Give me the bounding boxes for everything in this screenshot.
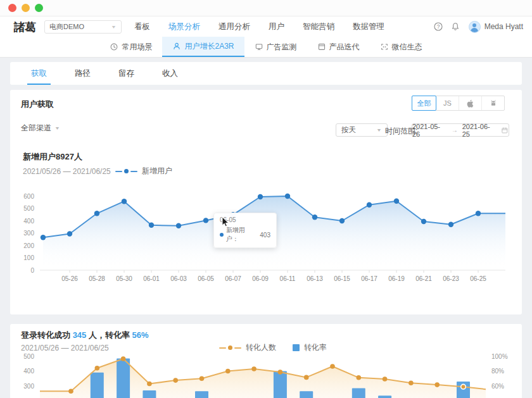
segment-ios[interactable] (459, 96, 481, 110)
window-titlebar (0, 0, 532, 16)
x-axis-labels: 05-2605-2805-3006-0106-0306-0506-0706-09… (61, 275, 486, 282)
svg-text:300: 300 (23, 383, 34, 390)
maximize-window-icon[interactable] (35, 4, 43, 12)
clock-icon (110, 42, 118, 51)
date-range-picker[interactable]: 2021-05-26 → 2021-06-25 (412, 123, 509, 137)
arrow-right-icon: → (452, 127, 458, 134)
tab-path[interactable]: 路径 (75, 62, 91, 85)
legend-dot-icon (228, 345, 232, 350)
project-select[interactable]: 电商DEMO ▼ (44, 20, 122, 34)
apple-icon (466, 99, 474, 108)
zhuge-logo: 諸葛 (14, 20, 35, 35)
project-select-value: 电商DEMO (49, 22, 84, 32)
svg-text:06-21: 06-21 (415, 275, 432, 282)
svg-text:400: 400 (23, 368, 34, 375)
tab-acquisition[interactable]: 获取 (31, 62, 47, 85)
legend-bar-icon (293, 344, 300, 351)
date-start[interactable]: 2021-05-26 (412, 123, 447, 138)
nav-item-users[interactable]: 用户 (269, 22, 284, 32)
help-icon[interactable]: ? (433, 22, 443, 32)
tab-retention[interactable]: 留存 (118, 62, 134, 85)
chevron-down-icon: ▼ (111, 25, 117, 30)
nav-item-scene-analysis[interactable]: 场景分析 (168, 22, 200, 32)
svg-text:05-30: 05-30 (116, 275, 132, 282)
segment-all[interactable]: 全部 (412, 96, 436, 111)
segment-android[interactable] (481, 96, 504, 110)
svg-text:06-19: 06-19 (388, 275, 405, 282)
close-window-icon[interactable] (8, 4, 16, 12)
monitor-icon (255, 42, 263, 51)
legend-dot-icon (124, 169, 129, 173)
conversion-title: 登录转化成功 345 人，转化率 56% (21, 330, 149, 341)
minimize-window-icon[interactable] (22, 4, 30, 12)
svg-text:200: 200 (23, 242, 34, 249)
channel-filter-dropdown[interactable]: 全部渠道 ▼ (21, 123, 60, 134)
wechat-scan-icon (380, 42, 389, 51)
avatar-person-icon (472, 23, 476, 27)
tooltip-series-dot-icon (220, 233, 224, 237)
chevron-down-icon: ▼ (54, 126, 60, 131)
legend-line-icon (219, 347, 226, 349)
top-navbar: 諸葛 电商DEMO ▼ 看板 场景分析 通用分析 用户 智能营销 数据管理 ? … (0, 16, 532, 37)
user-avatar[interactable] (469, 21, 481, 33)
legend-line-icon (234, 347, 241, 349)
svg-text:400: 400 (23, 218, 34, 225)
platform-segmented-control: 全部 JS (412, 96, 505, 111)
scene-tabbar: 常用场景 用户增长2A3R 广告监测 产品迭代 微信生态 (0, 37, 532, 58)
svg-text:05-28: 05-28 (89, 275, 105, 282)
svg-text:06-15: 06-15 (334, 275, 350, 282)
date-end[interactable]: 2021-06-25 (462, 123, 497, 138)
nav-item-marketing[interactable]: 智能营销 (303, 22, 334, 32)
segment-js[interactable]: JS (436, 96, 459, 110)
app-window-icon (317, 42, 326, 51)
svg-text:05-26: 05-26 (61, 275, 78, 282)
user-icon (172, 42, 181, 51)
svg-text:06-17: 06-17 (361, 275, 377, 282)
tab-revenue[interactable]: 收入 (162, 62, 178, 85)
new-users-chart-title: 新增用户8927人 (23, 151, 82, 163)
svg-text:06-01: 06-01 (143, 275, 160, 282)
calendar-icon (501, 127, 509, 134)
svg-text:0: 0 (30, 267, 34, 274)
y-axis-labels: 0100200300400500600 (23, 193, 34, 274)
nav-item-general-analysis[interactable]: 通用分析 (218, 22, 250, 32)
svg-text:06-09: 06-09 (252, 275, 269, 282)
legend-line-icon (115, 171, 122, 172)
nav-item-dashboard[interactable]: 看板 (134, 22, 150, 32)
bell-icon[interactable] (450, 22, 460, 32)
nav-item-data-management[interactable]: 数据管理 (353, 22, 384, 32)
left-axis-labels: 0100200300400500 (23, 353, 34, 398)
tooltip-value: 403 (260, 232, 270, 239)
conversion-count: 345 (73, 330, 87, 340)
new-users-chart-daterange: 2021/05/26 — 2021/06/25 (23, 167, 111, 176)
conversion-combo-chart[interactable]: 01002003004005000%20%40%60%80%100% (10, 352, 522, 398)
mouse-cursor-icon (221, 216, 230, 228)
conversion-rate: 56% (132, 330, 149, 340)
svg-text:600: 600 (23, 193, 34, 200)
x-axis (40, 270, 505, 273)
android-icon (489, 99, 498, 108)
svg-text:100%: 100% (491, 353, 508, 360)
tooltip-series-label: 新增用户： (226, 226, 257, 244)
new-users-legend[interactable]: 新增用户 (115, 166, 172, 177)
svg-text:06-03: 06-03 (170, 275, 187, 282)
scene-tab-user-growth[interactable]: 用户增长2A3R (162, 37, 244, 57)
scene-tab-wechat[interactable]: 微信生态 (370, 37, 433, 57)
legend-line-icon (130, 171, 137, 172)
legend-label: 新增用户 (142, 166, 172, 177)
username[interactable]: Meda Hyatt (484, 22, 523, 31)
panel-title: 用户获取 (21, 99, 54, 110)
right-axis-labels: 0%20%40%60%80%100% (491, 353, 508, 398)
svg-text:500: 500 (23, 353, 34, 360)
scene-tab-ad-monitor[interactable]: 广告监测 (244, 37, 307, 57)
scene-tab-common[interactable]: 常用场景 (99, 37, 162, 57)
navbar-right: ? Meda Hyatt (426, 16, 523, 37)
svg-text:80%: 80% (491, 368, 504, 375)
svg-text:500: 500 (23, 205, 34, 212)
svg-text:100: 100 (23, 254, 34, 261)
conversion-daterange: 2021/05/26 — 2021/06/25 (21, 344, 109, 352)
scene-tab-product-iteration[interactable]: 产品迭代 (307, 37, 370, 57)
granularity-select[interactable]: 按天 ▼ (336, 123, 388, 137)
svg-text:06-05: 06-05 (198, 275, 214, 282)
svg-text:06-07: 06-07 (225, 275, 241, 282)
